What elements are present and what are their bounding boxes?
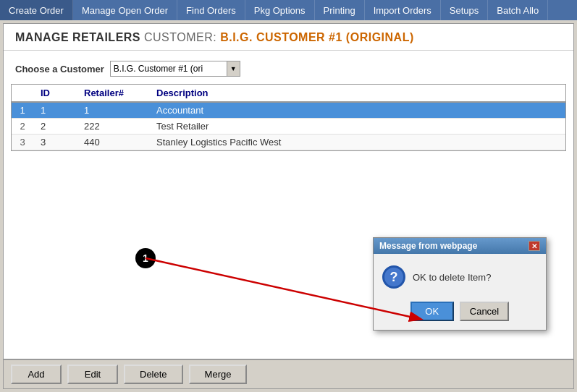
modal-close-button[interactable]: ✕ <box>528 241 540 251</box>
cell-retailer: 1 <box>77 102 149 119</box>
nav-import-orders[interactable]: Import Orders <box>365 0 441 20</box>
retailer-table: ID Retailer# Description 1 1 1 Accountan… <box>12 85 565 150</box>
col-header-description: Description <box>149 85 565 102</box>
nav-batch-alloc[interactable]: Batch Allo <box>488 0 548 20</box>
cell-retailer: 222 <box>77 119 149 135</box>
col-header-rownum <box>12 85 33 102</box>
page-customer-name: B.I.G. Customer #1 (original) <box>220 31 414 43</box>
main-content: Manage Retailers Customer: B.I.G. Custom… <box>3 23 574 389</box>
navigation-bar: Create Order Manage Open Order Find Orde… <box>0 0 577 20</box>
modal-title: Message from webpage <box>379 241 477 251</box>
bottom-buttons: Add Edit Delete Merge <box>4 359 573 388</box>
modal-message: OK to delete Item? <box>413 272 491 283</box>
page-title-text: Manage Retailers <box>15 31 140 43</box>
customer-dropdown[interactable]: ▼ <box>110 61 240 77</box>
modal-ok-button[interactable]: OK <box>410 302 454 321</box>
cell-description: Stanley Logistics Pacific West <box>149 135 565 150</box>
nav-printing[interactable]: Printing <box>315 0 365 20</box>
cell-retailer: 440 <box>77 135 149 150</box>
cell-description: Accountant <box>149 102 565 119</box>
table-row[interactable]: 1 1 1 Accountant <box>12 102 565 119</box>
table-row[interactable]: 3 3 440 Stanley Logistics Pacific West <box>12 135 565 150</box>
annotation-circle-1: 1 <box>135 248 156 268</box>
add-button[interactable]: Add <box>11 365 62 384</box>
table-row[interactable]: 2 2 222 Test Retailer <box>12 119 565 135</box>
col-header-id: ID <box>33 85 77 102</box>
modal-buttons-row: OK Cancel <box>374 296 546 330</box>
customer-dropdown-arrow[interactable]: ▼ <box>227 61 240 76</box>
merge-button[interactable]: Merge <box>189 365 248 384</box>
cell-id: 1 <box>33 102 77 119</box>
modal-cancel-button[interactable]: Cancel <box>460 302 509 321</box>
nav-create-order[interactable]: Create Order <box>0 0 73 20</box>
cell-id: 3 <box>33 135 77 150</box>
page-title-suffix: Customer: <box>144 31 220 43</box>
cell-rownum: 3 <box>12 135 33 150</box>
customer-input[interactable] <box>111 61 227 76</box>
page-title-area: Manage Retailers Customer: B.I.G. Custom… <box>4 24 573 51</box>
nav-manage-open-order[interactable]: Manage Open Order <box>73 0 177 20</box>
cell-id: 2 <box>33 119 77 135</box>
nav-setups[interactable]: Setups <box>441 0 488 20</box>
cell-rownum: 1 <box>12 102 33 119</box>
modal-dialog: Message from webpage ✕ ? OK to delete It… <box>373 237 547 331</box>
retailer-table-container: ID Retailer# Description 1 1 1 Accountan… <box>11 84 566 151</box>
cell-rownum: 2 <box>12 119 33 135</box>
modal-question-icon: ? <box>382 265 405 289</box>
delete-button[interactable]: Delete <box>124 365 183 384</box>
cell-description: Test Retailer <box>149 119 565 135</box>
nav-find-orders[interactable]: Find Orders <box>177 0 245 20</box>
customer-select-row: Choose a Customer ▼ <box>4 51 573 84</box>
customer-select-label: Choose a Customer <box>15 64 104 74</box>
edit-button[interactable]: Edit <box>67 365 118 384</box>
modal-titlebar: Message from webpage ✕ <box>374 238 546 254</box>
col-header-retailer: Retailer# <box>77 85 149 102</box>
nav-pkg-options[interactable]: Pkg Options <box>245 0 315 20</box>
modal-body: ? OK to delete Item? <box>374 254 546 296</box>
